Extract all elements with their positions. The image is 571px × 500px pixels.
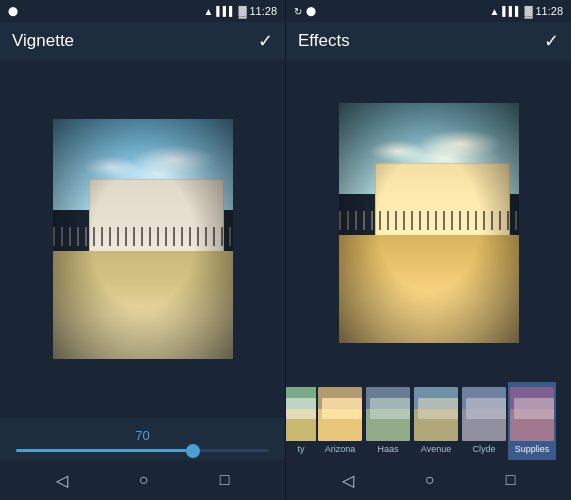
slider-fill bbox=[16, 449, 193, 452]
recents-button-right[interactable]: □ bbox=[506, 471, 516, 489]
slider-thumb[interactable] bbox=[186, 444, 200, 458]
home-button-right[interactable]: ○ bbox=[425, 471, 435, 489]
slider-controls: 70 bbox=[0, 418, 285, 460]
effect-label-arizona: Arizona bbox=[325, 444, 356, 454]
time-left: 11:28 bbox=[249, 5, 277, 17]
vignette-checkmark[interactable]: ✓ bbox=[258, 30, 273, 52]
battery-icon-left: ▓ bbox=[238, 5, 246, 17]
signal-icon-left: ▌▌▌ bbox=[216, 6, 235, 16]
effects-ground bbox=[339, 235, 519, 343]
effects-panel: ↻ ⬤ ▲ ▌▌▌ ▓ 11:28 Effects ✓ bbox=[286, 0, 571, 500]
signal-icon-right: ▌▌▌ bbox=[502, 6, 521, 16]
back-button-right[interactable]: ◁ bbox=[342, 471, 354, 490]
battery-icon-right: ▓ bbox=[524, 5, 532, 17]
slider-container[interactable] bbox=[16, 449, 269, 452]
effect-thumb-avenue bbox=[414, 387, 458, 441]
vignette-photo-area bbox=[0, 60, 285, 418]
effect-thumb-supplies bbox=[510, 387, 554, 441]
location-icon-right: ⬤ bbox=[306, 6, 316, 16]
vignette-panel: ⬤ ▲ ▌▌▌ ▓ 11:28 Vignette ✓ 70 bbox=[0, 0, 285, 500]
effect-thumb-arizona bbox=[318, 387, 362, 441]
vignette-fence bbox=[53, 227, 233, 246]
time-right: 11:28 bbox=[535, 5, 563, 17]
vignette-photo bbox=[53, 119, 233, 359]
status-left-icons-right: ↻ ⬤ bbox=[294, 6, 316, 17]
vignette-ground bbox=[53, 251, 233, 359]
status-left-icons: ⬤ bbox=[8, 6, 18, 16]
effect-thumb-partial bbox=[286, 387, 316, 441]
wifi-icon-right: ▲ bbox=[489, 6, 499, 17]
effect-label-haas: Haas bbox=[377, 444, 398, 454]
refresh-icon: ↻ bbox=[294, 6, 302, 17]
effects-photo-area bbox=[286, 60, 571, 382]
effect-label-clyde: Clyde bbox=[472, 444, 495, 454]
status-right-left: ▲ ▌▌▌ ▓ 11:28 bbox=[203, 5, 277, 17]
top-bar-right: Effects ✓ bbox=[286, 22, 571, 60]
effect-label-avenue: Avenue bbox=[421, 444, 451, 454]
slider-value: 70 bbox=[16, 428, 269, 443]
effect-thumb-clyde bbox=[462, 387, 506, 441]
effects-title: Effects bbox=[298, 31, 350, 51]
nav-bar-right: ◁ ○ □ bbox=[286, 460, 571, 500]
slider-track[interactable] bbox=[16, 449, 269, 452]
effect-item-partial[interactable]: ty bbox=[286, 382, 316, 460]
effect-item-clyde[interactable]: Clyde bbox=[460, 382, 508, 460]
effects-photo bbox=[339, 103, 519, 343]
effect-label-partial: ty bbox=[297, 444, 304, 454]
status-bar-right: ↻ ⬤ ▲ ▌▌▌ ▓ 11:28 bbox=[286, 0, 571, 22]
wifi-icon-left: ▲ bbox=[203, 6, 213, 17]
location-icon: ⬤ bbox=[8, 6, 18, 16]
top-bar-left: Vignette ✓ bbox=[0, 22, 285, 60]
effect-thumb-haas bbox=[366, 387, 410, 441]
effect-item-supplies[interactable]: Supplies bbox=[508, 382, 556, 460]
effect-item-arizona[interactable]: Arizona bbox=[316, 382, 364, 460]
effects-checkmark[interactable]: ✓ bbox=[544, 30, 559, 52]
recents-button-left[interactable]: □ bbox=[220, 471, 230, 489]
effect-item-haas[interactable]: Haas bbox=[364, 382, 412, 460]
effect-label-supplies: Supplies bbox=[515, 444, 550, 454]
home-button-left[interactable]: ○ bbox=[139, 471, 149, 489]
effects-strip: ty Arizona Haas bbox=[286, 382, 571, 460]
vignette-title: Vignette bbox=[12, 31, 74, 51]
effect-item-avenue[interactable]: Avenue bbox=[412, 382, 460, 460]
status-right-right: ▲ ▌▌▌ ▓ 11:28 bbox=[489, 5, 563, 17]
nav-bar-left: ◁ ○ □ bbox=[0, 460, 285, 500]
status-bar-left: ⬤ ▲ ▌▌▌ ▓ 11:28 bbox=[0, 0, 285, 22]
effects-fence bbox=[339, 211, 519, 230]
back-button-left[interactable]: ◁ bbox=[56, 471, 68, 490]
